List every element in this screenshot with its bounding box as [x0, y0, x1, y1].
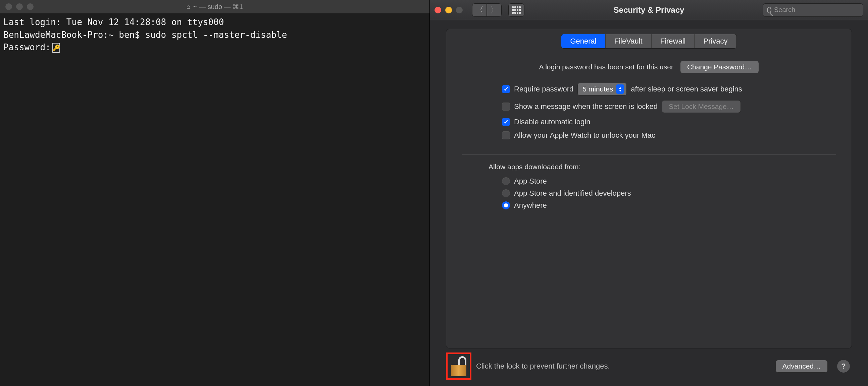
show-message-row: Show a message when the screen is locked… — [502, 100, 836, 113]
grid-icon — [512, 6, 521, 14]
login-password-label: A login password has been set for this u… — [539, 63, 673, 71]
show-all-button[interactable] — [508, 3, 524, 17]
tab-bar: General FileVault Firewall Privacy — [561, 34, 737, 48]
set-lock-message-button: Set Lock Message… — [662, 100, 741, 113]
window-minimize-button[interactable] — [445, 7, 452, 13]
checkbox-section: ✓ Require password 5 minutes after sleep… — [462, 83, 836, 144]
search-icon — [767, 7, 771, 13]
footer: Click the lock to prevent further change… — [446, 352, 852, 381]
login-password-row: A login password has been set for this u… — [462, 61, 836, 73]
chevron-left-icon: 〈 — [475, 5, 484, 15]
radio-row-appstore: App Store — [502, 177, 836, 186]
radio-anywhere-label: Anywhere — [514, 201, 547, 210]
change-password-button[interactable]: Change Password… — [680, 61, 759, 73]
key-icon: 🔑 — [52, 43, 60, 53]
terminal-zoom-dot[interactable] — [27, 3, 34, 10]
back-button[interactable]: 〈 — [472, 3, 487, 17]
terminal-line-2: BenLawdeMacBook-Pro:~ ben$ sudo spctl --… — [3, 30, 287, 40]
unlock-icon[interactable] — [451, 356, 466, 376]
radio-row-anywhere: Anywhere — [502, 201, 836, 210]
syspref-toolbar: 〈 〉 Security & Privacy — [430, 0, 868, 20]
require-password-delay-value: 5 minutes — [583, 85, 613, 93]
lock-highlight — [446, 352, 471, 380]
nav-buttons: 〈 〉 — [472, 3, 502, 17]
radio-anywhere[interactable] — [502, 201, 510, 209]
window-zoom-button[interactable] — [456, 7, 463, 13]
terminal-window: ⌂ ~ — sudo — ⌘1 Last login: Tue Nov 12 1… — [0, 0, 430, 386]
syspref-traffic-lights — [434, 7, 463, 13]
terminal-titlebar: ⌂ ~ — sudo — ⌘1 — [0, 0, 430, 13]
tab-filevault[interactable]: FileVault — [606, 34, 652, 48]
apple-watch-label: Allow your Apple Watch to unlock your Ma… — [514, 131, 655, 140]
forward-button[interactable]: 〉 — [487, 3, 502, 17]
radio-appstore-label: App Store — [514, 177, 547, 186]
content-pane: General FileVault Firewall Privacy A log… — [446, 29, 852, 348]
syspref-body: General FileVault Firewall Privacy A log… — [430, 20, 868, 386]
radio-identified-developers[interactable] — [502, 189, 510, 197]
tab-firewall[interactable]: Firewall — [652, 34, 695, 48]
terminal-min-dot[interactable] — [16, 3, 23, 10]
advanced-button[interactable]: Advanced… — [775, 360, 828, 373]
radio-identified-label: App Store and identified developers — [514, 189, 631, 198]
terminal-password-prompt: Password: — [3, 42, 51, 52]
terminal-body[interactable]: Last login: Tue Nov 12 14:28:08 on ttys0… — [0, 13, 430, 386]
help-button[interactable]: ? — [837, 360, 850, 373]
home-icon: ⌂ — [187, 3, 191, 10]
radio-appstore[interactable] — [502, 177, 510, 185]
separator — [462, 154, 836, 155]
allow-apps-radios: App Store App Store and identified devel… — [462, 177, 836, 213]
require-password-row: ✓ Require password 5 minutes after sleep… — [502, 83, 836, 96]
search-field-wrap[interactable] — [763, 3, 863, 17]
apple-watch-row: Allow your Apple Watch to unlock your Ma… — [502, 131, 836, 140]
chevron-right-icon: 〉 — [490, 5, 498, 15]
show-message-checkbox[interactable] — [502, 103, 510, 111]
terminal-title-text: ~ — sudo — ⌘1 — [193, 3, 243, 11]
require-password-after-label: after sleep or screen saver begins — [631, 85, 742, 94]
terminal-line-1: Last login: Tue Nov 12 14:28:08 on ttys0… — [3, 17, 224, 27]
tab-privacy[interactable]: Privacy — [694, 34, 736, 48]
system-preferences-window: 〈 〉 Security & Privacy General FileVault… — [430, 0, 868, 386]
terminal-title: ⌂ ~ — sudo — ⌘1 — [0, 3, 430, 11]
disable-auto-login-row: ✓ Disable automatic login — [502, 117, 836, 126]
disable-auto-login-checkbox[interactable]: ✓ — [502, 118, 510, 126]
radio-row-identified: App Store and identified developers — [502, 189, 836, 198]
search-input[interactable] — [774, 6, 859, 14]
stepper-icon — [616, 84, 624, 94]
tab-general[interactable]: General — [561, 34, 605, 48]
require-password-label: Require password — [514, 85, 574, 94]
require-password-delay-select[interactable]: 5 minutes — [578, 83, 627, 96]
allow-apps-heading: Allow apps downloaded from: — [462, 163, 836, 171]
show-message-label: Show a message when the screen is locked — [514, 102, 658, 111]
window-close-button[interactable] — [434, 7, 441, 13]
terminal-traffic-lights — [5, 3, 34, 10]
disable-auto-login-label: Disable automatic login — [514, 117, 590, 126]
require-password-checkbox[interactable]: ✓ — [502, 85, 510, 93]
lock-hint-text: Click the lock to prevent further change… — [476, 362, 610, 371]
terminal-close-dot[interactable] — [5, 3, 12, 10]
apple-watch-checkbox[interactable] — [502, 131, 510, 139]
